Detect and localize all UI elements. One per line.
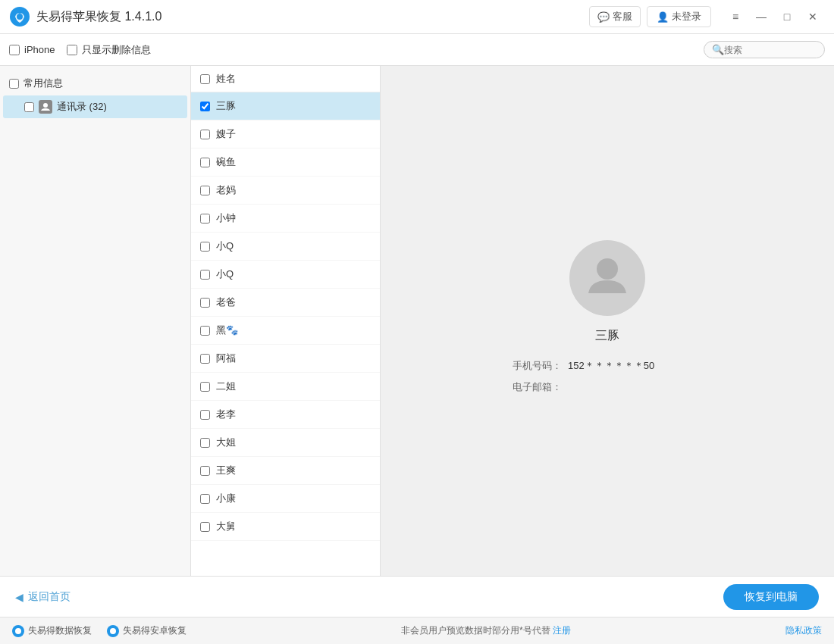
user-icon: 👤 <box>657 11 669 23</box>
contact-item[interactable]: 嫂子 <box>191 120 380 148</box>
contact-checkbox[interactable] <box>200 102 210 111</box>
app2-icon <box>107 625 119 637</box>
title-bar-right: 💬 客服 👤 未登录 ≡ — □ ✕ <box>589 6 825 27</box>
menu-button[interactable]: ≡ <box>723 6 748 27</box>
avatar <box>569 240 645 316</box>
contact-item[interactable]: 老李 <box>191 401 380 429</box>
contact-item[interactable]: 老爸 <box>191 289 380 317</box>
app1-label: 失易得数据恢复 <box>28 624 92 637</box>
contact-name: 阿福 <box>216 352 236 365</box>
contact-item[interactable]: 阿福 <box>191 345 380 373</box>
contact-checkbox[interactable] <box>200 466 210 476</box>
login-label: 未登录 <box>672 10 701 23</box>
contact-item[interactable]: 三豚 <box>191 92 380 120</box>
window-controls: ≡ — □ ✕ <box>723 6 825 27</box>
service-button[interactable]: 💬 客服 <box>589 6 641 27</box>
app-title: 失易得苹果恢复 1.4.1.0 <box>36 9 589 25</box>
avatar-icon <box>585 252 630 305</box>
contacts-icon <box>39 100 52 114</box>
contact-checkbox[interactable] <box>200 354 210 364</box>
footer-app2[interactable]: 失易得安卓恢复 <box>107 624 187 637</box>
search-box[interactable]: 🔍 <box>704 41 825 58</box>
contact-checkbox[interactable] <box>200 326 210 336</box>
restore-button[interactable]: □ <box>775 6 799 27</box>
contact-name: 大舅 <box>216 520 236 533</box>
contact-checkbox[interactable] <box>200 214 210 224</box>
toolbar: iPhone 只显示删除信息 🔍 <box>0 34 834 66</box>
contact-item[interactable]: 小钟 <box>191 205 380 233</box>
login-button[interactable]: 👤 未登录 <box>647 6 711 27</box>
svg-point-5 <box>110 628 116 634</box>
footer-left: 失易得数据恢复 失易得安卓恢复 <box>12 624 187 637</box>
contact-list-header: 姓名 <box>191 66 380 92</box>
iphone-checkbox-label[interactable]: iPhone <box>9 44 55 55</box>
contact-name: 老妈 <box>216 183 236 197</box>
phone-value: 152＊＊＊＊＊＊50 <box>568 359 654 373</box>
contact-checkbox[interactable] <box>200 242 210 252</box>
contact-name: 小Q <box>216 267 234 281</box>
detail-name: 三豚 <box>595 328 619 344</box>
contacts-checkbox[interactable] <box>24 102 34 112</box>
iphone-label: iPhone <box>24 44 55 55</box>
contact-item[interactable]: 小Q <box>191 261 380 289</box>
footer: 失易得数据恢复 失易得安卓恢复 非会员用户预览数据时部分用*号代替 注册 隐私政… <box>0 617 834 644</box>
contact-name: 嫂子 <box>216 127 236 141</box>
contact-checkbox[interactable] <box>200 410 210 420</box>
svg-point-4 <box>15 628 21 634</box>
app-logo <box>9 6 30 27</box>
contact-item[interactable]: 小Q <box>191 233 380 261</box>
contact-item[interactable]: 二姐 <box>191 373 380 401</box>
email-label: 电子邮箱： <box>509 380 562 394</box>
contact-item[interactable]: 小康 <box>191 485 380 513</box>
svg-point-2 <box>43 103 48 108</box>
contact-items-container: 三豚 嫂子 碗鱼 老妈 小钟 小Q 小Q 老爸 黑🐾 阿福 <box>191 92 380 541</box>
show-deleted-checkbox[interactable] <box>67 45 77 55</box>
contact-item[interactable]: 大姐 <box>191 429 380 457</box>
contact-item[interactable]: 大舅 <box>191 513 380 541</box>
footer-notice: 非会员用户预览数据时部分用*号代替 <box>401 625 550 636</box>
contact-item[interactable]: 王爽 <box>191 457 380 485</box>
sidebar-common-info[interactable]: 常用信息 <box>0 72 190 95</box>
contact-checkbox[interactable] <box>200 494 210 504</box>
contact-checkbox[interactable] <box>200 130 210 139</box>
service-label: 客服 <box>613 10 632 23</box>
recover-button[interactable]: 恢复到电脑 <box>723 584 819 610</box>
contact-item[interactable]: 碗鱼 <box>191 148 380 177</box>
show-deleted-text: 只显示删除信息 <box>82 43 151 57</box>
contact-name: 小康 <box>216 492 236 505</box>
footer-right: 隐私政策 <box>785 624 822 637</box>
minimize-button[interactable]: — <box>749 6 773 27</box>
contact-checkbox[interactable] <box>200 270 210 280</box>
contact-checkbox[interactable] <box>200 298 210 308</box>
contact-name: 二姐 <box>216 380 236 393</box>
contact-checkbox[interactable] <box>200 522 210 532</box>
contact-checkbox[interactable] <box>200 438 210 448</box>
back-button[interactable]: ◀ 返回首页 <box>15 590 71 604</box>
contact-item[interactable]: 老妈 <box>191 177 380 205</box>
contact-name: 小Q <box>216 239 234 253</box>
contact-name: 黑🐾 <box>216 324 238 337</box>
title-bar: 失易得苹果恢复 1.4.1.0 💬 客服 👤 未登录 ≡ — □ ✕ <box>0 0 834 34</box>
contact-name: 三豚 <box>216 99 236 113</box>
footer-app1[interactable]: 失易得数据恢复 <box>12 624 92 637</box>
close-button[interactable]: ✕ <box>801 6 825 27</box>
common-info-checkbox[interactable] <box>9 79 19 89</box>
select-all-checkbox[interactable] <box>200 74 210 84</box>
contact-checkbox[interactable] <box>200 158 210 167</box>
svg-point-3 <box>597 258 618 280</box>
show-deleted-label[interactable]: 只显示删除信息 <box>67 43 151 57</box>
service-icon: 💬 <box>597 11 610 23</box>
privacy-link[interactable]: 隐私政策 <box>785 625 822 636</box>
contact-checkbox[interactable] <box>200 382 210 392</box>
sidebar-item-contacts[interactable]: 通讯录 (32) <box>3 95 187 118</box>
detail-panel: 三豚 手机号码： 152＊＊＊＊＊＊50 电子邮箱： <box>381 66 834 576</box>
contact-item[interactable]: 黑🐾 <box>191 317 380 345</box>
contact-name: 大姐 <box>216 436 236 449</box>
footer-center: 非会员用户预览数据时部分用*号代替 注册 <box>187 624 785 637</box>
contact-checkbox[interactable] <box>200 186 210 195</box>
back-arrow-icon: ◀ <box>15 591 24 603</box>
search-input[interactable] <box>724 45 815 55</box>
iphone-checkbox[interactable] <box>9 45 20 55</box>
register-link[interactable]: 注册 <box>553 625 571 636</box>
app1-icon <box>12 625 24 637</box>
